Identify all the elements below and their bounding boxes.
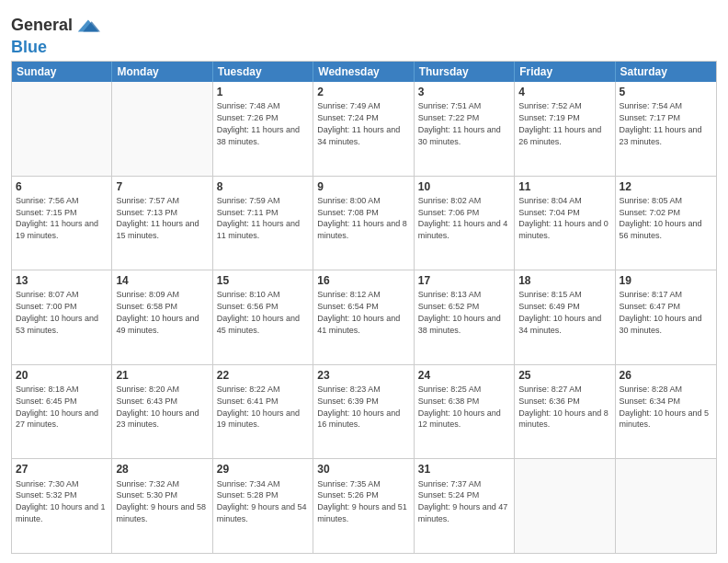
day-number: 13 [16,273,108,288]
calendar-cell: 20Sunrise: 8:18 AM Sunset: 6:45 PM Dayli… [12,365,112,459]
calendar-cell [515,459,615,553]
calendar-cell: 3Sunrise: 7:51 AM Sunset: 7:22 PM Daylig… [415,82,515,176]
day-number: 8 [217,179,309,194]
calendar-cell: 31Sunrise: 7:37 AM Sunset: 5:24 PM Dayli… [415,459,515,553]
calendar-cell: 30Sunrise: 7:35 AM Sunset: 5:26 PM Dayli… [313,459,414,553]
day-info: Sunrise: 8:20 AM Sunset: 6:43 PM Dayligh… [116,385,199,429]
header-day-tuesday: Tuesday [213,62,313,82]
logo-blue: Blue [11,39,100,55]
day-number: 12 [620,179,712,194]
day-number: 23 [317,368,409,383]
calendar-cell: 11Sunrise: 8:04 AM Sunset: 7:04 PM Dayli… [515,177,615,270]
day-info: Sunrise: 7:48 AM Sunset: 7:26 PM Dayligh… [217,101,300,145]
calendar-week-1: 1Sunrise: 7:48 AM Sunset: 7:26 PM Daylig… [12,82,716,176]
day-info: Sunrise: 7:54 AM Sunset: 7:17 PM Dayligh… [620,101,702,145]
calendar-cell: 16Sunrise: 8:12 AM Sunset: 6:54 PM Dayli… [313,270,414,364]
calendar-cell: 17Sunrise: 8:13 AM Sunset: 6:52 PM Dayli… [415,270,515,364]
day-number: 2 [317,85,409,99]
calendar-cell: 22Sunrise: 8:22 AM Sunset: 6:41 PM Dayli… [213,365,313,459]
logo: General Blue [11,13,100,55]
header-day-thursday: Thursday [415,62,515,82]
calendar-week-4: 20Sunrise: 8:18 AM Sunset: 6:45 PM Dayli… [12,364,716,459]
day-info: Sunrise: 8:09 AM Sunset: 6:58 PM Dayligh… [116,290,199,334]
calendar-cell: 27Sunrise: 7:30 AM Sunset: 5:32 PM Dayli… [12,459,112,553]
day-info: Sunrise: 8:15 AM Sunset: 6:49 PM Dayligh… [518,290,601,334]
day-number: 26 [620,368,712,383]
day-info: Sunrise: 8:13 AM Sunset: 6:52 PM Dayligh… [418,290,501,334]
day-info: Sunrise: 8:17 AM Sunset: 6:47 PM Dayligh… [620,290,702,334]
calendar-cell: 4Sunrise: 7:52 AM Sunset: 7:19 PM Daylig… [515,82,615,176]
calendar-header: SundayMondayTuesdayWednesdayThursdayFrid… [12,62,716,82]
day-number: 10 [418,179,510,194]
day-info: Sunrise: 8:12 AM Sunset: 6:54 PM Dayligh… [317,290,400,334]
day-info: Sunrise: 7:34 AM Sunset: 5:28 PM Dayligh… [217,479,307,523]
calendar-cell: 21Sunrise: 8:20 AM Sunset: 6:43 PM Dayli… [112,365,212,459]
day-number: 6 [16,179,108,194]
day-info: Sunrise: 8:23 AM Sunset: 6:39 PM Dayligh… [317,385,400,429]
day-number: 15 [217,273,309,288]
calendar-cell: 8Sunrise: 7:59 AM Sunset: 7:11 PM Daylig… [213,177,313,270]
day-number: 30 [317,462,409,477]
day-number: 3 [418,85,510,99]
logo-icon [74,13,100,39]
day-info: Sunrise: 7:52 AM Sunset: 7:19 PM Dayligh… [518,101,601,145]
day-number: 7 [116,179,208,194]
day-number: 14 [116,273,208,288]
calendar: SundayMondayTuesdayWednesdayThursdayFrid… [11,61,717,554]
day-number: 17 [418,273,510,288]
header-day-saturday: Saturday [616,62,716,82]
day-info: Sunrise: 8:28 AM Sunset: 6:34 PM Dayligh… [620,385,710,429]
calendar-cell: 10Sunrise: 8:02 AM Sunset: 7:06 PM Dayli… [415,177,515,270]
day-number: 16 [317,273,409,288]
day-number: 29 [217,462,309,477]
day-info: Sunrise: 7:32 AM Sunset: 5:30 PM Dayligh… [116,479,206,523]
day-info: Sunrise: 7:49 AM Sunset: 7:24 PM Dayligh… [317,101,400,145]
day-number: 9 [317,179,409,194]
calendar-cell: 13Sunrise: 8:07 AM Sunset: 7:00 PM Dayli… [12,270,112,364]
calendar-cell: 1Sunrise: 7:48 AM Sunset: 7:26 PM Daylig… [213,82,313,176]
calendar-week-3: 13Sunrise: 8:07 AM Sunset: 7:00 PM Dayli… [12,270,716,364]
calendar-cell: 23Sunrise: 8:23 AM Sunset: 6:39 PM Dayli… [313,365,414,459]
day-info: Sunrise: 7:30 AM Sunset: 5:32 PM Dayligh… [16,479,106,523]
calendar-cell: 9Sunrise: 8:00 AM Sunset: 7:08 PM Daylig… [313,177,414,270]
day-number: 4 [518,85,610,99]
day-number: 31 [418,462,510,477]
day-info: Sunrise: 8:22 AM Sunset: 6:41 PM Dayligh… [217,385,300,429]
calendar-body: 1Sunrise: 7:48 AM Sunset: 7:26 PM Daylig… [12,82,716,553]
day-number: 28 [116,462,208,477]
calendar-cell: 15Sunrise: 8:10 AM Sunset: 6:56 PM Dayli… [213,270,313,364]
day-number: 11 [518,179,610,194]
day-number: 25 [518,368,610,383]
day-number: 1 [217,85,309,99]
day-info: Sunrise: 7:37 AM Sunset: 5:24 PM Dayligh… [418,479,508,523]
calendar-cell: 5Sunrise: 7:54 AM Sunset: 7:17 PM Daylig… [616,82,716,176]
calendar-cell: 14Sunrise: 8:09 AM Sunset: 6:58 PM Dayli… [112,270,212,364]
calendar-cell: 28Sunrise: 7:32 AM Sunset: 5:30 PM Dayli… [112,459,212,553]
day-number: 18 [518,273,610,288]
day-info: Sunrise: 7:51 AM Sunset: 7:22 PM Dayligh… [418,101,501,145]
day-number: 22 [217,368,309,383]
day-number: 21 [116,368,208,383]
calendar-week-2: 6Sunrise: 7:56 AM Sunset: 7:15 PM Daylig… [12,176,716,270]
calendar-week-5: 27Sunrise: 7:30 AM Sunset: 5:32 PM Dayli… [12,458,716,553]
calendar-cell: 29Sunrise: 7:34 AM Sunset: 5:28 PM Dayli… [213,459,313,553]
day-number: 19 [620,273,712,288]
calendar-cell: 12Sunrise: 8:05 AM Sunset: 7:02 PM Dayli… [616,177,716,270]
day-info: Sunrise: 8:25 AM Sunset: 6:38 PM Dayligh… [418,385,501,429]
header-day-sunday: Sunday [12,62,112,82]
calendar-cell [12,82,112,176]
calendar-cell: 7Sunrise: 7:57 AM Sunset: 7:13 PM Daylig… [112,177,212,270]
calendar-cell: 25Sunrise: 8:27 AM Sunset: 6:36 PM Dayli… [515,365,615,459]
day-info: Sunrise: 8:00 AM Sunset: 7:08 PM Dayligh… [317,196,407,240]
header-day-monday: Monday [112,62,212,82]
day-info: Sunrise: 7:35 AM Sunset: 5:26 PM Dayligh… [317,479,407,523]
day-info: Sunrise: 8:07 AM Sunset: 7:00 PM Dayligh… [16,290,98,334]
page: General Blue SundayMondayTuesdayWednesda… [0,0,728,563]
day-number: 20 [16,368,108,383]
calendar-cell [112,82,212,176]
day-info: Sunrise: 8:02 AM Sunset: 7:06 PM Dayligh… [418,196,508,240]
day-info: Sunrise: 8:10 AM Sunset: 6:56 PM Dayligh… [217,290,300,334]
header-day-friday: Friday [515,62,615,82]
day-info: Sunrise: 8:27 AM Sunset: 6:36 PM Dayligh… [518,385,609,429]
calendar-cell: 19Sunrise: 8:17 AM Sunset: 6:47 PM Dayli… [616,270,716,364]
